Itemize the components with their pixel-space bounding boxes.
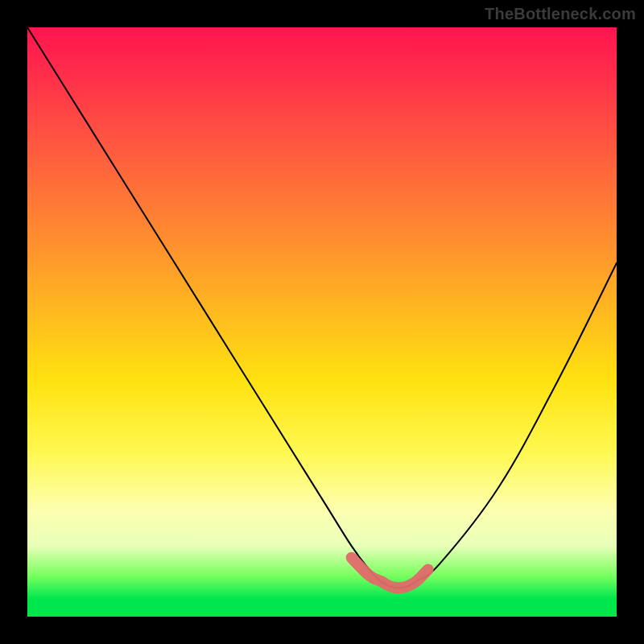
bottleneck-curve-line xyxy=(27,27,617,588)
curve-svg xyxy=(27,27,617,617)
highlight-band xyxy=(352,558,428,588)
watermark-text: TheBottleneck.com xyxy=(485,5,636,23)
plot-area xyxy=(27,27,617,617)
chart-frame: TheBottleneck.com xyxy=(0,0,644,644)
